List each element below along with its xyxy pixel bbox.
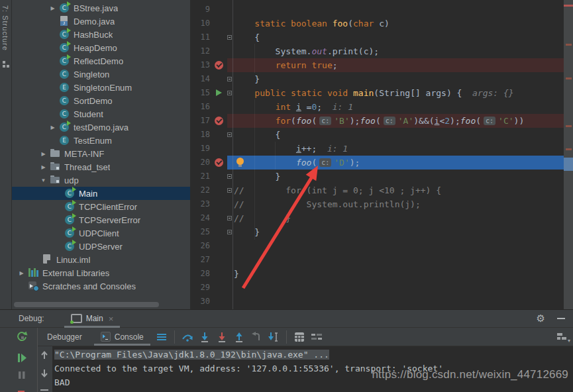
gutter-icons[interactable] [211, 72, 227, 86]
tree-item-main[interactable]: CMain [12, 187, 190, 200]
gutter-icons[interactable] [211, 156, 227, 170]
up-arrow-icon[interactable] [40, 350, 49, 363]
pause-icon[interactable] [17, 370, 26, 382]
tab-console[interactable]: Console [91, 328, 153, 346]
code-text[interactable]: } [227, 170, 564, 183]
gutter-icons[interactable] [211, 170, 227, 183]
code-text[interactable]: foo(c:'D'); [227, 156, 564, 170]
tree-item-hashbuck[interactable]: CHashBuck [12, 28, 190, 41]
chevron-collapsed-icon[interactable]: ▶ [46, 5, 59, 11]
tree-item-tcpclienterror[interactable]: CTCPClientError [12, 200, 190, 213]
gutter-icons[interactable] [211, 3, 227, 17]
tree-item-heapdemo[interactable]: CHeapDemo [12, 41, 190, 54]
gutter-icons[interactable] [211, 225, 227, 239]
chevron-collapsed-icon[interactable]: ▶ [15, 270, 28, 276]
tree-item-demo-java[interactable]: Demo.java [12, 15, 190, 28]
code-text[interactable] [227, 281, 564, 295]
gutter-icons[interactable] [211, 183, 227, 197]
gutter-icons[interactable] [211, 253, 227, 267]
tree-item-testdemo-java[interactable]: ▶CtestDemo.java [12, 121, 190, 134]
code-text[interactable]: // for (int j = 0; j <10 ; j++) { [227, 183, 564, 197]
code-text[interactable]: i++; i: 1 [227, 142, 564, 156]
close-icon[interactable]: × [109, 314, 114, 324]
step-out-icon[interactable] [232, 330, 246, 344]
breakpoint-icon[interactable] [215, 117, 223, 125]
code-text[interactable]: return true; [227, 58, 564, 72]
tab-debugger[interactable]: Debugger [38, 328, 91, 346]
fold-marker-icon[interactable] [227, 77, 232, 81]
tree-item-singleton[interactable]: CSingleton [12, 68, 190, 81]
gutter-icons[interactable] [211, 267, 227, 281]
code-text[interactable]: // } [227, 211, 564, 225]
stop-icon[interactable] [17, 387, 25, 392]
gutter-icons[interactable] [211, 86, 227, 100]
gutter-icons[interactable] [211, 142, 227, 156]
gutter-icons[interactable] [211, 239, 227, 253]
code-text[interactable]: static boolean foo(char c) [227, 17, 564, 30]
gutter-icons[interactable] [211, 281, 227, 295]
gear-icon[interactable]: ⚙ [537, 313, 545, 324]
gutter-icons[interactable] [211, 128, 227, 142]
down-arrow-icon[interactable] [40, 368, 49, 381]
code-editor[interactable]: 910 static boolean foo(char c)11 {12 Sys… [190, 0, 573, 309]
gutter-icons[interactable] [211, 100, 227, 114]
fold-marker-icon[interactable] [227, 35, 232, 40]
drop-frame-icon[interactable] [249, 330, 264, 344]
gutter-icons[interactable] [211, 17, 227, 30]
force-step-into-icon[interactable] [215, 330, 229, 344]
intention-bulb-icon[interactable] [236, 158, 244, 165]
fold-marker-icon[interactable] [227, 230, 232, 234]
tree-item-testenum[interactable]: ETestEnum [12, 134, 190, 147]
code-text[interactable] [227, 295, 564, 309]
code-text[interactable]: } [227, 72, 564, 86]
fold-marker-icon[interactable] [227, 91, 232, 95]
chevron-collapsed-icon[interactable]: ▶ [37, 151, 50, 157]
chevron-collapsed-icon[interactable]: ▶ [37, 164, 50, 170]
fold-marker-icon[interactable] [227, 132, 232, 137]
code-text[interactable]: { [227, 128, 564, 142]
tree-item-thread-tset[interactable]: ▶Thread_tset [12, 160, 190, 173]
tree-item-reflectdemo[interactable]: CReflectDemo [12, 54, 190, 68]
code-text[interactable] [227, 253, 564, 267]
code-text[interactable]: } [227, 225, 564, 239]
gutter-icons[interactable] [211, 197, 227, 211]
tree-item-linux-iml[interactable]: Linux.iml [12, 253, 190, 266]
code-text[interactable]: public static void main(String[] args) {… [227, 86, 564, 100]
tree-item-udpserver[interactable]: CUDPServer [12, 240, 190, 253]
tree-item-udp[interactable]: ▼udp [12, 173, 190, 187]
breakpoint-icon[interactable] [215, 61, 223, 70]
tree-item-tcpservererror[interactable]: CTCPServerError [12, 213, 190, 226]
breakpoint-icon[interactable] [215, 158, 223, 167]
gutter-icons[interactable] [211, 44, 227, 58]
tree-item-meta-inf[interactable]: ▶META-INF [12, 147, 190, 160]
evaluate-expression-icon[interactable] [292, 330, 307, 344]
hide-panel-icon[interactable] [557, 318, 565, 319]
fold-marker-icon[interactable] [227, 216, 232, 220]
gutter-icons[interactable] [211, 295, 227, 309]
tree-item-student[interactable]: CStudent [12, 107, 190, 121]
tree-horizontal-scrollbar[interactable] [14, 302, 159, 307]
code-text[interactable]: } [227, 267, 564, 281]
tree-item-scratches-and-consoles[interactable]: Scratches and Consoles [12, 279, 190, 293]
structure-toolwindow-button[interactable]: 7: Structure [1, 5, 9, 51]
tree-item-bstree-java[interactable]: ▶CBStree.java [12, 1, 190, 15]
gutter-icons[interactable] [211, 114, 227, 128]
soft-wrap-icon[interactable] [40, 386, 49, 392]
editor-error-stripe[interactable] [564, 0, 573, 309]
run-method-icon[interactable] [216, 89, 222, 96]
code-text[interactable]: { [227, 30, 564, 44]
gutter-icons[interactable] [211, 211, 227, 225]
resume-icon[interactable] [17, 353, 27, 366]
code-text[interactable] [227, 239, 564, 253]
run-to-cursor-icon[interactable] [266, 330, 281, 344]
chevron-expanded-icon[interactable]: ▼ [37, 177, 50, 183]
code-text[interactable]: for(foo(c:'B');foo(c:'A')&&(i<2);foo(c:'… [227, 114, 564, 128]
tree-item-sortdemo[interactable]: CSortDemo [12, 94, 190, 107]
debug-session-tab[interactable]: Main × [66, 310, 119, 327]
gutter-icons[interactable] [211, 58, 227, 72]
fold-marker-icon[interactable] [227, 174, 232, 179]
chevron-collapsed-icon[interactable]: ▶ [46, 124, 59, 130]
code-text[interactable]: System.out.print(c); [227, 44, 564, 58]
code-text[interactable]: int i =0; i: 1 [227, 100, 564, 114]
code-text[interactable]: // System.out.println(j); [227, 197, 564, 211]
